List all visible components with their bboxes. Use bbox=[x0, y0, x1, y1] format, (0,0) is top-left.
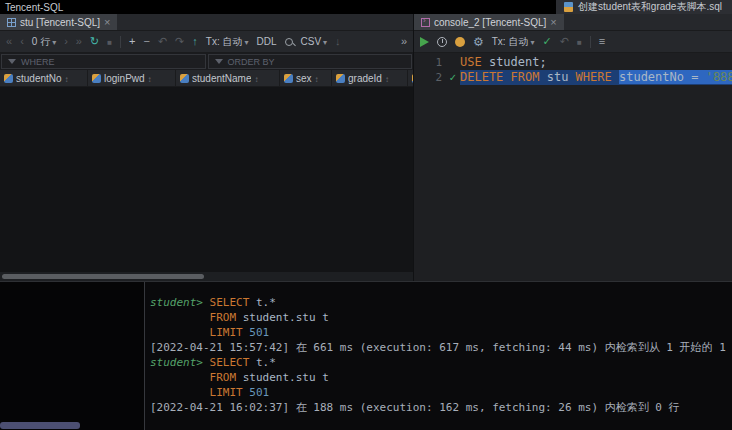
chevron-down-icon bbox=[243, 36, 249, 47]
column-header-loginPwd[interactable]: loginPwd bbox=[88, 70, 176, 86]
profiler-icon[interactable] bbox=[455, 37, 465, 47]
grid-horizontal-scrollbar[interactable] bbox=[0, 272, 413, 281]
code-token: FROM bbox=[210, 311, 237, 324]
tab-stu-grid[interactable]: stu [Tencent-SQL] bbox=[0, 14, 117, 30]
tab-console-2[interactable]: console_2 [Tencent-SQL] bbox=[414, 14, 564, 30]
main-area: stu [Tencent-SQL] 0 行 Tx: 自动 bbox=[0, 14, 732, 281]
filter-funnel-icon bbox=[8, 59, 16, 64]
reload-icon[interactable] bbox=[90, 36, 99, 47]
grid-filter-bar: WHERE ORDER BY bbox=[0, 53, 413, 70]
column-header-studentNo[interactable]: studentNo bbox=[0, 70, 88, 86]
row-count-dropdown[interactable]: 0 行 bbox=[32, 35, 56, 49]
code-token: USE bbox=[460, 55, 482, 69]
code-token: 501 bbox=[249, 386, 269, 399]
column-label: loginPwd bbox=[104, 73, 145, 84]
code-token: student.stu t bbox=[236, 311, 329, 324]
code-token: FROM bbox=[210, 371, 237, 384]
prev-page-icon[interactable] bbox=[20, 36, 24, 47]
console-icon bbox=[421, 18, 430, 27]
commit-icon[interactable] bbox=[542, 36, 551, 47]
data-grid-panel: stu [Tencent-SQL] 0 行 Tx: 自动 bbox=[0, 14, 414, 281]
code-token: student> bbox=[150, 356, 210, 369]
column-header-studentName[interactable]: studentName bbox=[176, 70, 280, 86]
history-clock-icon[interactable] bbox=[437, 37, 447, 47]
column-header-sex[interactable]: sex bbox=[280, 70, 332, 86]
download-icon[interactable] bbox=[335, 36, 341, 47]
tab-close-icon[interactable] bbox=[550, 16, 556, 28]
column-type-icon bbox=[284, 74, 293, 83]
code-token bbox=[150, 326, 210, 339]
menu-icon[interactable] bbox=[599, 36, 605, 47]
submit-icon[interactable] bbox=[192, 36, 198, 47]
console-editor-panel: console_2 [Tencent-SQL] Tx: 自动 1USE stud… bbox=[414, 14, 732, 281]
column-type-icon bbox=[412, 74, 413, 83]
first-page-icon[interactable] bbox=[6, 36, 12, 47]
console-toolbar: Tx: 自动 bbox=[414, 31, 732, 53]
grid-body-empty[interactable] bbox=[0, 87, 413, 272]
gutter-spacer bbox=[446, 55, 460, 70]
last-page-icon[interactable] bbox=[76, 36, 82, 47]
tx-mode-dropdown[interactable]: Tx: 自动 bbox=[492, 35, 535, 49]
overflow-icon[interactable] bbox=[401, 36, 407, 47]
code-token: student> bbox=[150, 296, 210, 309]
window-title: Tencent-SQL bbox=[0, 2, 63, 13]
line-number: 2 bbox=[414, 70, 446, 85]
search-icon[interactable] bbox=[285, 38, 293, 46]
file-tab-sql-script[interactable]: 创建student表和grade表脚本.sql bbox=[556, 0, 732, 14]
editor-line[interactable]: 1USE student; bbox=[414, 55, 732, 70]
sql-file-icon bbox=[564, 2, 573, 12]
console-output[interactable]: student> SELECT t.* FROM student.stu t L… bbox=[145, 282, 732, 430]
row-count-label: 0 行 bbox=[32, 35, 50, 49]
column-label: sex bbox=[296, 73, 312, 84]
csv-format-label: CSV bbox=[301, 36, 322, 47]
next-page-icon[interactable] bbox=[64, 36, 68, 47]
run-icon[interactable] bbox=[420, 37, 429, 47]
ddl-button[interactable]: DDL bbox=[257, 36, 277, 47]
add-row-icon[interactable] bbox=[129, 36, 135, 47]
csv-format-dropdown[interactable]: CSV bbox=[301, 36, 328, 47]
sql-editor[interactable]: 1USE student;2DELETE FROM stu WHERE stud… bbox=[414, 53, 732, 281]
bottom-area: student> SELECT t.* FROM student.stu t L… bbox=[0, 281, 732, 430]
settings-wrench-icon[interactable] bbox=[473, 36, 484, 48]
stop-icon bbox=[577, 36, 582, 47]
code-token: student; bbox=[482, 55, 547, 69]
editor-code[interactable]: DELETE FROM stu WHERE studentNo = '88888… bbox=[460, 70, 732, 85]
code-token: [2022-04-21 16:02:37] 在 188 ms (executio… bbox=[150, 401, 680, 414]
code-token bbox=[150, 311, 210, 324]
chevron-down-icon bbox=[50, 36, 56, 47]
editor-line[interactable]: 2DELETE FROM stu WHERE studentNo = '8888… bbox=[414, 70, 732, 85]
column-header-gradeId[interactable]: gradeId bbox=[332, 70, 408, 86]
chevron-down-icon bbox=[321, 36, 327, 47]
code-token: t.* bbox=[249, 296, 276, 309]
console-line: LIMIT 501 bbox=[150, 325, 732, 340]
editor-code[interactable]: USE student; bbox=[460, 55, 732, 70]
tx-mode-dropdown[interactable]: Tx: 自动 bbox=[206, 35, 249, 49]
console-line: FROM student.stu t bbox=[150, 310, 732, 325]
console-line: LIMIT 501 bbox=[150, 385, 732, 400]
sort-icon[interactable] bbox=[385, 73, 389, 84]
sort-icon[interactable] bbox=[315, 73, 319, 84]
scrollbar-thumb[interactable] bbox=[0, 422, 80, 429]
remove-row-icon[interactable] bbox=[143, 36, 149, 47]
where-filter-input[interactable]: WHERE bbox=[1, 54, 206, 69]
column-type-icon bbox=[4, 74, 13, 83]
column-header-p[interactable]: p bbox=[408, 70, 413, 86]
code-token: LIMIT bbox=[210, 326, 250, 339]
code-token: 501 bbox=[249, 326, 269, 339]
console-line: [2022-04-21 15:57:42] 在 661 ms (executio… bbox=[150, 340, 732, 355]
tab-stu-label: stu [Tencent-SQL] bbox=[20, 17, 100, 28]
tab-close-icon[interactable] bbox=[104, 16, 110, 28]
order-by-filter-input[interactable]: ORDER BY bbox=[208, 54, 413, 69]
sort-icon[interactable] bbox=[148, 73, 152, 84]
toolbar-separator bbox=[120, 36, 121, 48]
grid-header: studentNologinPwdstudentNamesexgradeIdp bbox=[0, 70, 413, 87]
code-token: studentNo = bbox=[619, 70, 706, 84]
redo-icon bbox=[175, 36, 184, 47]
grid-toolbar: 0 行 Tx: 自动 DDL CSV bbox=[0, 31, 413, 53]
column-label: studentNo bbox=[16, 73, 62, 84]
sort-icon[interactable] bbox=[254, 73, 258, 84]
chevron-down-icon bbox=[528, 36, 534, 47]
code-token bbox=[612, 70, 619, 84]
scrollbar-thumb[interactable] bbox=[2, 274, 204, 279]
sort-icon[interactable] bbox=[65, 73, 69, 84]
